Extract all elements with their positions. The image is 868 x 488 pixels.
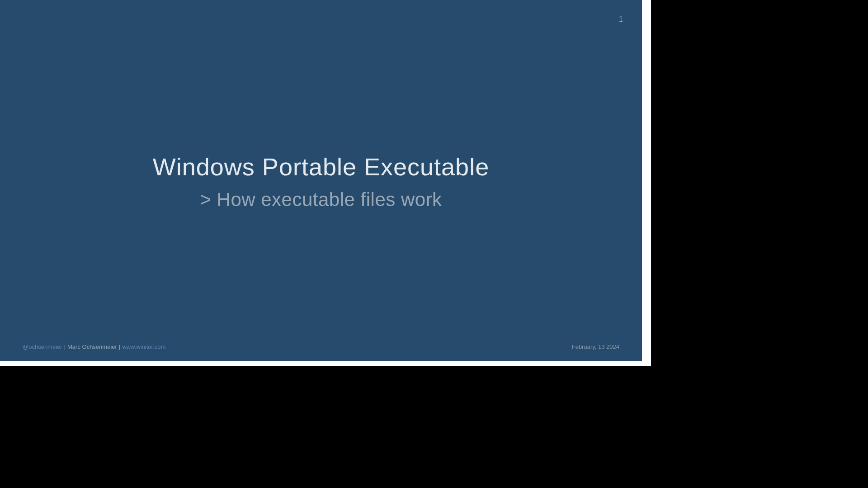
- author-name: Marc Ochsenmeier: [67, 343, 117, 350]
- title-block: Windows Portable Executable > How execut…: [0, 153, 642, 211]
- footer: @ochsenmeier | Marc Ochsenmeier | www.wi…: [23, 343, 619, 350]
- slide-subtitle: > How executable files work: [0, 189, 642, 211]
- slide-title: Windows Portable Executable: [0, 153, 642, 181]
- separator: |: [64, 343, 66, 350]
- viewport: 1 Windows Portable Executable > How exec…: [0, 0, 868, 488]
- page-sheet: 1 Windows Portable Executable > How exec…: [0, 0, 651, 366]
- author-url: www.winitor.com: [122, 343, 165, 350]
- author-handle: @ochsenmeier: [23, 343, 62, 350]
- separator: |: [119, 343, 120, 350]
- page-number: 1: [619, 15, 623, 23]
- footer-left: @ochsenmeier | Marc Ochsenmeier | www.wi…: [23, 343, 165, 350]
- slide-date: February, 13 2024: [572, 343, 619, 350]
- slide: 1 Windows Portable Executable > How exec…: [0, 0, 642, 361]
